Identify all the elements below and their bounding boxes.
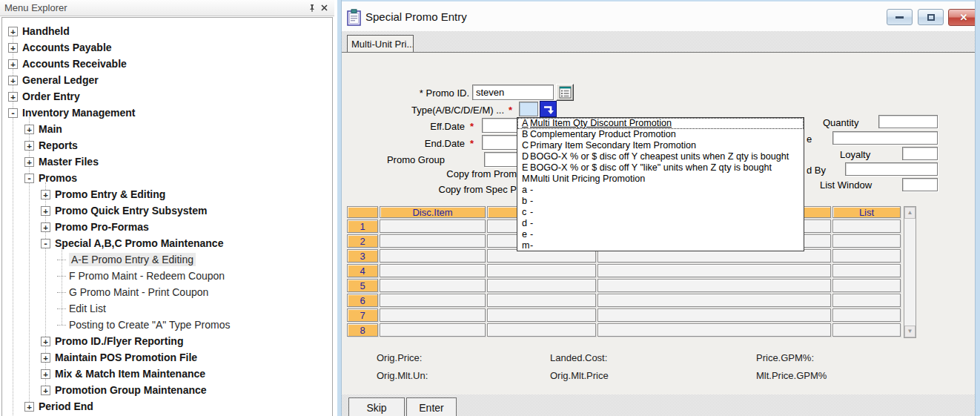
scroll-up-icon[interactable]: ▲ [904,207,916,219]
expand-icon[interactable]: + [8,27,18,36]
tree-item-period-end[interactable]: +Period End [2,398,332,415]
grid-cell[interactable] [832,279,901,292]
tree-item-g-promo-maint-print[interactable]: G Promo Maint - Print Coupon [2,284,332,300]
grid-cell[interactable] [597,294,831,307]
collapse-icon[interactable]: - [41,239,50,248]
tree-item-accounts-payable[interactable]: +Accounts Payable [2,39,332,56]
wide-input-2[interactable] [845,162,938,176]
tree-item-promos[interactable]: -Promos [2,170,332,186]
window-titlebar[interactable]: Special Promo Entry ✕ [337,0,980,31]
dropdown-item-c[interactable]: c- [517,207,804,218]
dropdown-item-B[interactable]: BComplementary Product Promotion [517,129,804,140]
promo-id-lookup-button[interactable] [556,84,574,101]
dropdown-item-d[interactable]: d- [517,218,804,229]
enter-button[interactable]: Enter [406,397,457,416]
dropdown-item-M[interactable]: MMulti Unit Pricing Promotion [517,174,804,185]
list-window-input[interactable] [902,178,938,191]
grid-cell[interactable] [380,308,486,322]
expand-icon[interactable]: + [8,59,18,69]
loyalty-input[interactable] [902,147,938,160]
grid-cell[interactable] [487,264,596,277]
expand-icon[interactable]: + [24,157,34,167]
expand-icon[interactable]: + [24,141,34,151]
grid-scrollbar[interactable]: ▲ ▼ [904,206,916,338]
dropdown-item-E[interactable]: EBOGO-X % or $ disc off Y "like" units w… [517,162,804,174]
tree-item-reports[interactable]: +Reports [2,137,332,153]
expand-icon[interactable]: + [8,43,18,53]
tree-item-master-files[interactable]: +Master Files [2,153,332,170]
expand-icon[interactable]: + [41,222,50,232]
grid-cell[interactable] [597,323,831,337]
dropdown-item-C[interactable]: CPrimary Item Secondary Item Promotion [517,140,804,151]
grid-cell[interactable] [380,294,486,307]
tree-item-promo-pro-formas[interactable]: +Promo Pro-Formas [2,219,332,235]
tab-multi-unit-pricing[interactable]: Multi-Unit Pri... [347,35,414,52]
grid-cell[interactable] [832,234,901,248]
expand-icon[interactable]: + [41,369,50,379]
grid-cell[interactable] [380,264,486,277]
grid-cell[interactable] [597,308,831,322]
tree-item-edit-list[interactable]: Edit List [2,300,332,317]
expand-icon[interactable]: + [41,337,50,346]
expand-icon[interactable]: + [8,92,18,102]
scroll-down-icon[interactable]: ▼ [904,326,916,337]
expand-icon[interactable]: + [24,402,34,412]
minimize-button[interactable] [887,9,913,25]
type-input[interactable] [519,102,538,116]
grid-cell[interactable] [487,294,596,307]
tree-item-ae-promo-entry-editing[interactable]: A-E Promo Entry & Editing [2,251,332,268]
dropdown-item-b[interactable]: b- [517,196,804,207]
tree-item-promo-quick-entry[interactable]: +Promo Quick Entry Subsystem [2,202,332,219]
expand-icon[interactable]: + [41,190,50,199]
quantity-input[interactable] [878,115,938,128]
tree-item-mix-match-item-maintenance[interactable]: +Mix & Match Item Maintenance [2,366,332,382]
tree-item-posting-create-a-promos[interactable]: Posting to Create "A" Type Promos [2,317,332,333]
tree-item-handheld[interactable]: +Handheld [2,23,332,39]
grid-cell[interactable] [597,264,831,277]
grid-cell[interactable] [380,249,486,263]
tree-item-general-ledger[interactable]: +General Ledger [2,72,332,88]
wide-input-1[interactable] [832,131,938,145]
tree-item-order-entry[interactable]: +Order Entry [2,88,332,105]
tree-item-special-abc-promo-maintenance[interactable]: -Special A,B,C Promo Maintenance [2,235,332,251]
expand-icon[interactable]: + [41,206,50,216]
collapse-icon[interactable]: - [24,174,34,183]
grid-cell[interactable] [597,279,831,292]
grid-cell[interactable] [380,323,486,337]
dropdown-item-m[interactable]: m- [517,240,804,251]
expand-icon[interactable]: + [8,76,18,85]
promo-id-input[interactable]: steven [472,85,554,100]
tree-item-maintain-pos-promotion-file[interactable]: +Maintain POS Promotion File [2,349,332,366]
tree-item-promo-id-flyer-reporting[interactable]: +Promo ID./Flyer Reporting [2,333,332,349]
grid-cell[interactable] [832,249,901,263]
grid-cell[interactable] [380,234,486,248]
grid-cell[interactable] [487,279,596,292]
grid-cell[interactable] [832,323,901,337]
tree-item-promotion-group-maintenance[interactable]: +Promotion Group Maintenance [2,382,332,398]
grid-cell[interactable] [380,219,486,233]
tree-item-f-promo-maint-redeem[interactable]: F Promo Maint - Redeem Coupon [2,268,332,284]
grid-cell[interactable] [832,308,901,322]
dropdown-item-e[interactable]: e- [517,229,804,240]
dropdown-item-A[interactable]: AMulti Item Qty Discount Promotion [517,118,804,129]
dropdown-item-D[interactable]: DBOGO-X % or $ disc off Y cheapest units… [517,151,804,162]
expand-icon[interactable]: + [24,125,34,134]
grid-cell[interactable] [380,279,486,292]
grid-cell[interactable] [487,308,596,322]
grid-cell[interactable] [832,294,901,307]
skip-button[interactable]: Skip [348,397,405,416]
grid-cell[interactable] [832,264,901,277]
pin-icon[interactable] [306,2,318,13]
collapse-icon[interactable]: - [8,108,18,118]
tree-item-accounts-receivable[interactable]: +Accounts Receivable [2,56,332,72]
tree-item-inventory-management[interactable]: -Inventory Management [2,105,332,121]
maximize-button[interactable] [918,9,944,25]
expand-icon[interactable]: + [41,353,50,363]
expand-icon[interactable]: + [41,386,50,395]
tree-item-promo-entry-editing[interactable]: +Promo Entry & Editing [2,186,332,202]
type-dropdown-button[interactable] [540,101,557,117]
tree-item-main[interactable]: +Main [2,121,332,137]
dropdown-item-a[interactable]: a- [517,185,804,196]
close-panel-icon[interactable] [318,2,330,13]
grid-cell[interactable] [832,219,901,233]
